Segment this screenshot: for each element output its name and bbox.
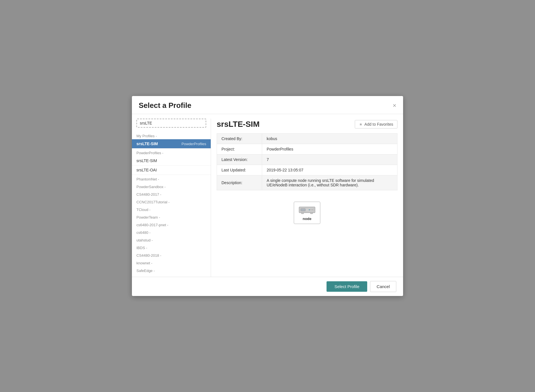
profile-item-project: PowderProfiles [182, 142, 206, 146]
detail-title: srsLTE-SIM [217, 120, 260, 129]
group-header-tcloud: TCloud - [132, 205, 211, 213]
profile-item-name: srsLTE-SIM [136, 158, 157, 163]
detail-field-label: Project: [217, 144, 262, 154]
detail-field-value: 7 [262, 154, 397, 165]
group-header-cs4480-2018: CS4480-2018 - [132, 251, 211, 259]
detail-field-value: PowderProfiles [262, 144, 397, 154]
detail-field-value: kobus [262, 134, 397, 144]
group-header-powdersandbox: PowderSandbox - [132, 182, 211, 190]
modal-overlay: Select a Profile × My Profiles - srsLTE-… [0, 0, 535, 392]
detail-field-value: A single compute node running srsLTE sof… [262, 175, 397, 190]
node-server-icon [299, 205, 316, 215]
group-header-ibds: IBDS - [132, 243, 211, 251]
add-to-favorites-button[interactable]: ★ Add to Favorites [355, 120, 397, 129]
node-diagram: node [217, 202, 397, 224]
close-button[interactable]: × [393, 103, 396, 109]
profile-list: My Profiles - srsLTE-SIM PowderProfiles … [132, 132, 211, 277]
group-header-phantomnet: PhantomNet - [132, 175, 211, 182]
svg-point-3 [309, 209, 310, 210]
sidebar: My Profiles - srsLTE-SIM PowderProfiles … [132, 119, 211, 277]
profile-item-name: srsLTE-OAI [136, 168, 157, 172]
group-header-my-profiles: My Profiles - [132, 132, 211, 139]
detail-header: srsLTE-SIM ★ Add to Favorites [217, 119, 397, 129]
star-icon: ★ [359, 122, 363, 127]
svg-rect-2 [301, 209, 305, 211]
detail-panel: srsLTE-SIM ★ Add to Favorites Created By… [211, 119, 403, 277]
node-box: node [294, 202, 320, 224]
detail-field-label: Last Updated: [217, 165, 262, 175]
group-header-powderprofiles: PowderProfiles - [132, 149, 211, 156]
profile-item-pp-srslte-oai[interactable]: srsLTE-OAI [132, 165, 211, 175]
group-header-cs6480: cs6480 - [132, 228, 211, 236]
modal: Select a Profile × My Profiles - srsLTE-… [132, 96, 403, 296]
search-input[interactable] [136, 119, 206, 128]
detail-table-row: Description:A single compute node runnin… [217, 175, 397, 190]
svg-rect-7 [310, 213, 313, 214]
profile-item-my-srslte-sim[interactable]: srsLTE-SIM PowderProfiles [132, 139, 211, 149]
group-header-knownet: knownet - [132, 259, 211, 266]
add-favorites-label: Add to Favorites [364, 122, 393, 127]
select-profile-button[interactable]: Select Profile [327, 281, 367, 292]
modal-header: Select a Profile × [132, 96, 403, 114]
detail-field-label: Latest Version: [217, 154, 262, 165]
modal-title: Select a Profile [139, 101, 191, 110]
detail-field-label: Created By: [217, 134, 262, 144]
node-label: node [303, 217, 311, 221]
group-header-cs4480-2017: CS4480-2017 - [132, 190, 211, 198]
detail-field-label: Description: [217, 175, 262, 190]
profile-item-pp-srslte-sim[interactable]: srsLTE-SIM [132, 156, 211, 165]
detail-table: Created By:kobusProject:PowderProfilesLa… [217, 133, 397, 190]
detail-table-row: Project:PowderProfiles [217, 144, 397, 154]
modal-body: My Profiles - srsLTE-SIM PowderProfiles … [132, 114, 403, 277]
svg-point-4 [310, 209, 312, 210]
group-header-ccnc2017tutorial: CCNC2017Tutorial - [132, 198, 211, 205]
group-header-powderteam: PowderTeam - [132, 213, 211, 221]
detail-field-value: 2019-05-22 13:05:07 [262, 165, 397, 175]
profile-item-name: srsLTE-SIM [136, 141, 158, 146]
detail-table-row: Latest Version:7 [217, 154, 397, 165]
svg-rect-6 [301, 213, 304, 214]
modal-footer: Select Profile Cancel [132, 277, 403, 296]
group-header-safeedge: SafeEdge - [132, 266, 211, 274]
detail-table-row: Created By:kobus [217, 134, 397, 144]
group-header-utahstud: utahstud - [132, 236, 211, 243]
group-header-cs6480-2017-pnet: cs6480-2017-pnet - [132, 221, 211, 228]
detail-table-row: Last Updated:2019-05-22 13:05:07 [217, 165, 397, 175]
svg-point-5 [312, 209, 313, 210]
search-container [132, 119, 211, 132]
cancel-button[interactable]: Cancel [370, 281, 396, 292]
